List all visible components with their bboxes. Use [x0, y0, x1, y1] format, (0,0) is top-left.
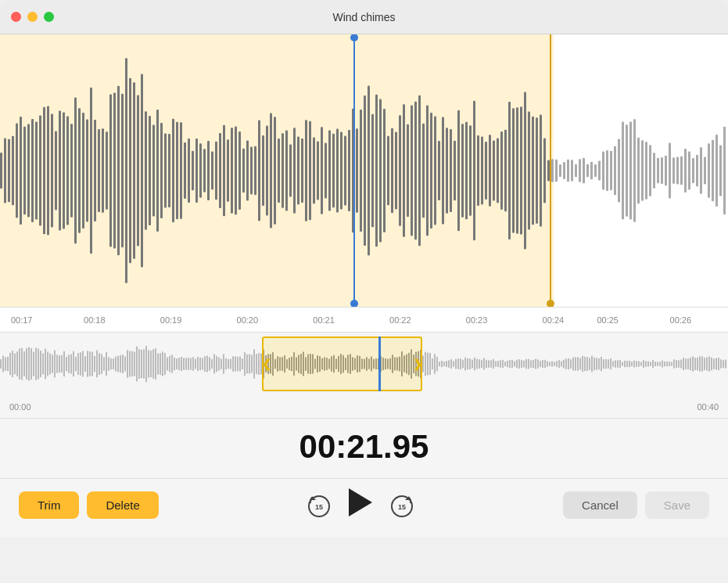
- svg-rect-409: [523, 361, 525, 368]
- svg-rect-62: [242, 149, 245, 193]
- svg-rect-293: [251, 355, 253, 373]
- overview-time-end: 00:40: [697, 402, 719, 412]
- svg-rect-243: [134, 351, 135, 376]
- svg-rect-372: [436, 357, 438, 371]
- svg-rect-73: [285, 130, 288, 211]
- time-label-23: 00:23: [466, 315, 488, 325]
- overview-section[interactable]: 00:00 00:40: [0, 332, 728, 418]
- svg-rect-247: [143, 349, 145, 379]
- svg-rect-443: [603, 359, 604, 369]
- svg-rect-335: [350, 354, 351, 374]
- maximize-button[interactable]: [44, 12, 54, 22]
- svg-rect-264: [183, 358, 185, 369]
- svg-rect-221: [82, 351, 84, 376]
- main-waveform-area[interactable]: // Will be rendered via inline generatio…: [0, 34, 728, 332]
- svg-rect-145: [567, 160, 569, 182]
- svg-rect-241: [129, 351, 131, 377]
- svg-rect-67: [262, 135, 264, 206]
- svg-rect-131: [512, 108, 515, 232]
- svg-rect-169: [661, 157, 663, 184]
- svg-rect-111: [434, 117, 436, 225]
- svg-rect-25: [98, 129, 100, 212]
- trim-button[interactable]: Trim: [19, 491, 79, 519]
- svg-rect-26: [102, 128, 104, 212]
- svg-rect-461: [645, 361, 647, 366]
- svg-rect-32: [125, 58, 127, 283]
- delete-button[interactable]: Delete: [87, 491, 158, 519]
- svg-rect-78: [305, 120, 307, 221]
- svg-rect-119: [465, 122, 468, 220]
- close-button[interactable]: [11, 12, 21, 22]
- svg-rect-64: [250, 147, 253, 195]
- svg-rect-328: [333, 355, 335, 372]
- svg-rect-109: [426, 106, 429, 236]
- minimize-button[interactable]: [27, 12, 38, 22]
- svg-rect-399: [500, 360, 501, 367]
- svg-rect-342: [366, 357, 368, 371]
- svg-marker-498: [349, 488, 372, 516]
- svg-rect-354: [394, 357, 396, 370]
- svg-rect-51: [199, 143, 202, 197]
- svg-rect-116: [454, 141, 456, 201]
- save-button[interactable]: Save: [645, 491, 709, 519]
- svg-rect-45: [176, 122, 178, 219]
- rewind-button[interactable]: 15: [305, 491, 333, 519]
- svg-rect-33: [129, 78, 131, 264]
- svg-rect-405: [514, 362, 515, 367]
- svg-rect-494: [723, 360, 724, 368]
- time-ruler: 00:17 00:18 00:19 00:20 00:21 00:22 00:2…: [0, 307, 728, 332]
- svg-rect-75: [293, 128, 296, 213]
- svg-rect-202: [38, 349, 39, 380]
- svg-rect-69: [270, 113, 272, 228]
- svg-rect-84: [328, 130, 331, 211]
- svg-rect-426: [563, 360, 565, 369]
- svg-rect-252: [155, 348, 156, 380]
- svg-rect-207: [49, 354, 51, 375]
- time-label-18: 00:18: [84, 315, 106, 325]
- svg-rect-249: [148, 350, 149, 377]
- svg-rect-2: [8, 139, 10, 203]
- svg-rect-470: [666, 362, 668, 366]
- svg-rect-205: [45, 349, 46, 380]
- play-button[interactable]: [349, 488, 372, 521]
- svg-rect-271: [199, 358, 201, 370]
- svg-rect-191: [12, 351, 13, 377]
- svg-rect-85: [332, 134, 335, 207]
- svg-rect-253: [157, 353, 159, 374]
- svg-rect-314: [300, 354, 302, 374]
- svg-rect-282: [225, 358, 227, 370]
- svg-rect-403: [509, 360, 511, 368]
- svg-rect-117: [457, 110, 460, 231]
- svg-rect-440: [596, 358, 597, 370]
- svg-rect-107: [418, 95, 421, 246]
- svg-rect-487: [706, 358, 708, 371]
- time-label-24: 00:24: [543, 315, 565, 325]
- controls-left: Trim Delete: [19, 491, 159, 519]
- svg-rect-275: [209, 357, 210, 371]
- svg-rect-21: [82, 113, 84, 229]
- svg-rect-242: [131, 351, 133, 376]
- svg-rect-382: [460, 358, 461, 369]
- svg-rect-431: [575, 357, 576, 371]
- time-label-20: 00:20: [237, 315, 259, 325]
- svg-rect-303: [274, 359, 276, 369]
- svg-rect-408: [521, 360, 522, 368]
- svg-rect-155: [606, 150, 608, 191]
- svg-rect-231: [106, 352, 107, 376]
- svg-rect-195: [21, 348, 23, 380]
- svg-rect-321: [317, 355, 318, 372]
- svg-rect-112: [438, 141, 440, 200]
- svg-rect-413: [533, 360, 534, 368]
- svg-rect-179: [700, 147, 702, 193]
- svg-rect-95: [371, 114, 374, 227]
- svg-rect-390: [479, 359, 480, 369]
- overview-times: 00:00 00:40: [0, 402, 728, 412]
- svg-rect-15: [59, 111, 61, 231]
- svg-rect-14: [55, 131, 57, 211]
- cancel-button[interactable]: Cancel: [563, 491, 637, 519]
- svg-rect-18: [70, 124, 73, 218]
- ffwd-button[interactable]: 15: [388, 491, 416, 519]
- svg-rect-340: [361, 358, 363, 369]
- svg-rect-373: [439, 362, 440, 366]
- svg-rect-323: [321, 358, 323, 370]
